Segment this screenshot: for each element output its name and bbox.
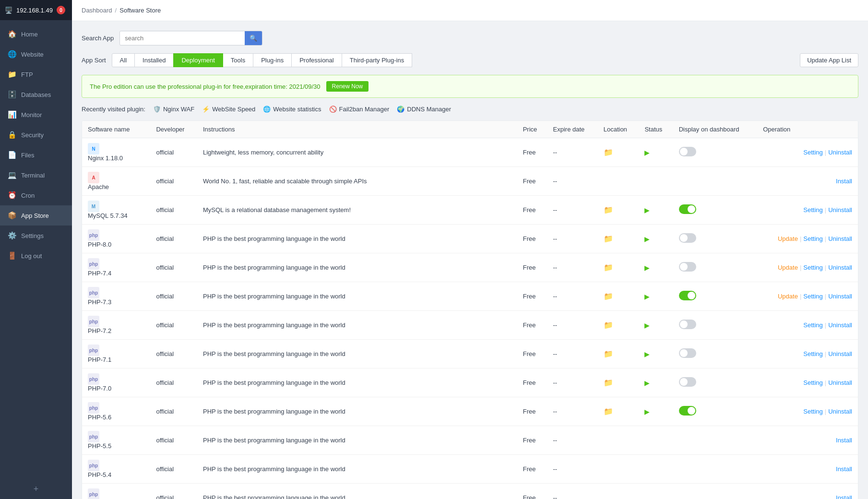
dashboard-toggle[interactable]: [679, 204, 696, 214]
setting-link[interactable]: Setting: [803, 408, 822, 415]
table-row: MMySQL 5.7.34officialMySQL is a relation…: [82, 196, 858, 225]
play-button[interactable]: ▶: [644, 408, 650, 416]
app-name: PHP-7.4: [88, 270, 111, 277]
dashboard-toggle[interactable]: [679, 262, 696, 272]
sort-label: App Sort: [82, 57, 106, 64]
play-button[interactable]: ▶: [644, 235, 650, 243]
setting-link[interactable]: Setting: [803, 149, 822, 156]
install-link[interactable]: Install: [836, 465, 852, 473]
sort-tab-tools[interactable]: Tools: [223, 53, 253, 67]
setting-link[interactable]: Setting: [803, 293, 822, 300]
sidebar-item-cron[interactable]: ⏰Cron: [0, 185, 72, 205]
recent-item-website-statistics[interactable]: 🌐Website statistics: [263, 106, 321, 113]
play-button[interactable]: ▶: [644, 264, 650, 272]
uninstall-link[interactable]: Uninstall: [828, 379, 852, 386]
status-cell: ▶: [639, 196, 673, 225]
dashboard-toggle[interactable]: [679, 377, 696, 387]
play-button[interactable]: ▶: [644, 149, 650, 156]
recent-item-website-speed[interactable]: ⚡WebSite Speed: [202, 106, 255, 113]
table-row: phpPHP-5.6officialPHP is the best progra…: [82, 397, 858, 426]
status-cell: [639, 484, 673, 499]
app-icon: M: [88, 201, 99, 212]
server-icon: 🖥️: [5, 7, 12, 14]
setting-link[interactable]: Setting: [803, 264, 822, 271]
sort-tab-plug-ins[interactable]: Plug-ins: [253, 53, 292, 67]
expire-cell: --: [547, 340, 598, 368]
sidebar-item-ftp[interactable]: 📁FTP: [0, 64, 72, 84]
play-button[interactable]: ▶: [644, 206, 650, 214]
uninstall-link[interactable]: Uninstall: [828, 293, 852, 300]
play-button[interactable]: ▶: [644, 293, 650, 300]
update-link[interactable]: Update: [778, 235, 798, 242]
renew-button[interactable]: Renew Now: [326, 81, 369, 92]
setting-link[interactable]: Setting: [803, 350, 822, 357]
sidebar-item-databases[interactable]: 🗄️Databases: [0, 84, 72, 105]
sort-tab-all[interactable]: All: [112, 53, 135, 67]
update-link[interactable]: Update: [778, 293, 798, 300]
sidebar-item-files[interactable]: 📄Files: [0, 145, 72, 165]
developer-cell: official: [150, 196, 197, 225]
dashboard-toggle[interactable]: [679, 291, 696, 300]
search-input[interactable]: [120, 32, 245, 45]
uninstall-link[interactable]: Uninstall: [828, 264, 852, 271]
uninstall-link[interactable]: Uninstall: [828, 350, 852, 357]
folder-icon[interactable]: 📁: [604, 379, 613, 387]
recent-item-ddns-manager[interactable]: 🌍DDNS Manager: [397, 106, 451, 113]
sort-tab-installed[interactable]: Installed: [134, 53, 174, 67]
folder-icon[interactable]: 📁: [604, 350, 613, 358]
setting-link[interactable]: Setting: [803, 379, 822, 386]
uninstall-link[interactable]: Uninstall: [828, 149, 852, 156]
folder-icon[interactable]: 📁: [604, 206, 613, 214]
breadcrumb-home[interactable]: Dashboard: [82, 7, 112, 14]
folder-icon[interactable]: 📁: [604, 321, 613, 329]
uninstall-link[interactable]: Uninstall: [828, 235, 852, 242]
sidebar-item-home[interactable]: 🏠Home: [0, 24, 72, 44]
play-button[interactable]: ▶: [644, 321, 650, 329]
app-name-cell: phpPHP-7.2: [82, 311, 150, 340]
folder-icon[interactable]: 📁: [604, 292, 613, 300]
install-link[interactable]: Install: [836, 437, 852, 444]
sidebar-item-terminal[interactable]: 💻Terminal: [0, 165, 72, 185]
folder-icon[interactable]: 📁: [604, 407, 613, 416]
expire-cell: --: [547, 196, 598, 225]
uninstall-link[interactable]: Uninstall: [828, 206, 852, 214]
dashboard-toggle-cell: [673, 455, 757, 484]
dashboard-toggle[interactable]: [679, 147, 696, 156]
table-body: NNginx 1.18.0officialLightweight, less m…: [82, 138, 858, 499]
install-link[interactable]: Install: [836, 178, 852, 185]
search-button[interactable]: 🔍: [245, 31, 262, 45]
setting-link[interactable]: Setting: [803, 206, 822, 214]
sidebar-item-website[interactable]: 🌐Website: [0, 44, 72, 64]
sort-tab-deployment[interactable]: Deployment: [173, 53, 223, 67]
folder-icon[interactable]: 📁: [604, 148, 613, 156]
dashboard-toggle[interactable]: [679, 406, 696, 416]
play-button[interactable]: ▶: [644, 379, 650, 387]
sidebar-item-appstore[interactable]: 📦App Store: [0, 205, 72, 226]
sidebar-item-monitor[interactable]: 📊Monitor: [0, 105, 72, 125]
recent-item-nginx-waf[interactable]: 🛡️Nginx WAF: [153, 106, 194, 113]
terminal-icon: 💻: [8, 171, 16, 179]
dashboard-toggle[interactable]: [679, 320, 696, 329]
uninstall-link[interactable]: Uninstall: [828, 408, 852, 415]
sort-tab-third-party-plug-ins[interactable]: Third-party Plug-ins: [342, 53, 412, 67]
update-app-button[interactable]: Update App List: [800, 53, 858, 67]
dashboard-toggle[interactable]: [679, 348, 696, 358]
table-row: phpPHP-8.0officialPHP is the best progra…: [82, 225, 858, 253]
sort-tab-professional[interactable]: Professional: [291, 53, 342, 67]
uninstall-link[interactable]: Uninstall: [828, 321, 852, 329]
sidebar-item-logout[interactable]: 🚪Log out: [0, 246, 72, 266]
sidebar-item-settings[interactable]: ⚙️Settings: [0, 226, 72, 246]
dashboard-toggle-cell: [673, 484, 757, 499]
update-link[interactable]: Update: [778, 264, 798, 271]
folder-icon[interactable]: 📁: [604, 235, 613, 243]
install-link[interactable]: Install: [836, 494, 852, 499]
dashboard-toggle[interactable]: [679, 233, 696, 243]
add-button[interactable]: +: [0, 479, 72, 499]
recent-item-fail2ban-manager[interactable]: 🚫Fail2ban Manager: [329, 106, 390, 113]
setting-link[interactable]: Setting: [803, 235, 822, 242]
table-row: phpPHP-5.3officialPHP is the best progra…: [82, 484, 858, 499]
setting-link[interactable]: Setting: [803, 321, 822, 329]
sidebar-item-security[interactable]: 🔒Security: [0, 125, 72, 145]
play-button[interactable]: ▶: [644, 350, 650, 358]
folder-icon[interactable]: 📁: [604, 263, 613, 272]
